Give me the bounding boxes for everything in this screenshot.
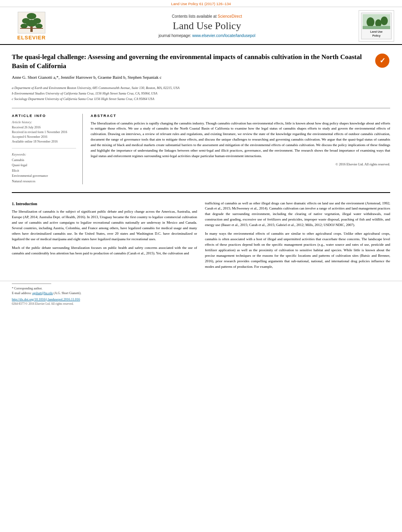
- footnote-star: * Corresponding author.: [12, 286, 390, 291]
- article-title-text: The quasi-legal challenge: Assessing and…: [12, 53, 370, 82]
- col-left: 1. Introduction The liberalization of ca…: [12, 201, 197, 273]
- affiliations: a Department of Earth and Environment Bo…: [0, 86, 402, 106]
- history-accepted: Accepted 6 November 2016: [12, 135, 76, 139]
- journal-header: ELSEVIER Contents lists available at Sci…: [0, 7, 402, 45]
- keyword-2: Quasi-legal: [12, 163, 76, 168]
- article-footer: * Corresponding author. E-mail address: …: [0, 281, 402, 307]
- homepage-link[interactable]: www.elsevier.com/locate/landusepol: [192, 33, 255, 38]
- issn-line: 0264-8377/© 2016 Elsevier Ltd. All right…: [12, 302, 390, 306]
- sciencedirect-link: Contents lists available at ScienceDirec…: [63, 14, 351, 19]
- page: Land Use Policy 61 (2017) 126–134: [0, 0, 402, 532]
- svg-text:✓: ✓: [380, 57, 385, 65]
- intro-paragraph-2: Much of the public debate surrounding li…: [12, 245, 197, 256]
- affiliation-b: b Environmental Studies University of Ca…: [12, 91, 390, 96]
- affiliation-a: a Department of Earth and Environment Bo…: [12, 86, 390, 91]
- footnote-divider: [12, 284, 51, 284]
- article-title-section: The quasi-legal challenge: Assessing and…: [0, 45, 402, 86]
- svg-text:Policy: Policy: [372, 34, 381, 37]
- svg-rect-15: [363, 26, 390, 29]
- journal-logo-right: Land Use Policy: [359, 10, 394, 42]
- history-revised: Received in revised form 1 November 2016: [12, 130, 76, 135]
- affiliation-c: c Sociology Department University of Cal…: [12, 97, 390, 102]
- footnote-email: E-mail address: agshart@bu.edu (A.G. Sho…: [12, 291, 390, 296]
- article-title: The quasi-legal challenge: Assessing and…: [12, 53, 370, 71]
- journal-center: Contents lists available at ScienceDirec…: [55, 14, 359, 38]
- svg-point-5: [20, 24, 28, 28]
- body-divider: [12, 192, 390, 193]
- main-content: 1. Introduction The liberalization of ca…: [0, 197, 402, 281]
- svg-text:Land Use: Land Use: [370, 30, 383, 33]
- keyword-4: Environmental governance: [12, 173, 76, 179]
- article-body: ARTICLE INFO Article history: Received 2…: [0, 111, 402, 188]
- keyword-1: Cannabis: [12, 158, 76, 163]
- svg-point-14: [381, 17, 388, 25]
- citation-line: Land Use Policy 61 (2017) 126–134: [0, 0, 402, 7]
- keyword-5: Natural resources: [12, 179, 76, 184]
- abstract-section: ABSTRACT The liberalization of cannabis …: [91, 114, 390, 184]
- svg-point-6: [35, 24, 43, 28]
- article-info-title: ARTICLE INFO: [12, 114, 76, 118]
- col-right-paragraph-2: In many ways the environmental effects o…: [205, 231, 390, 270]
- footnote-email-link[interactable]: agshart@bu.edu: [32, 291, 53, 295]
- keywords-section: Keywords: Cannabis Quasi-legal Illicit E…: [12, 152, 76, 184]
- col-right-paragraph-1: trafficking of cannabis as well as other…: [205, 201, 390, 228]
- authors-line: Anne G. Short Gianotti a,*, Jennifer Har…: [12, 75, 370, 80]
- svg-point-12: [367, 17, 374, 27]
- article-info: ARTICLE INFO Article history: Received 2…: [12, 114, 83, 184]
- abstract-title: ABSTRACT: [91, 114, 390, 118]
- sciencedirect-anchor[interactable]: ScienceDirect: [218, 14, 242, 19]
- intro-heading: 1. Introduction: [12, 201, 197, 207]
- history-available: Available online 18 November 2016: [12, 139, 76, 144]
- svg-point-4: [26, 20, 37, 27]
- section-divider-1: [12, 108, 390, 108]
- article-history: Article history: Received 26 July 2016 R…: [12, 120, 76, 144]
- svg-rect-8: [20, 28, 43, 29]
- doi-link[interactable]: http://dx.doi.org/10.1016/j.landusepol.2…: [12, 297, 390, 301]
- history-label: Article history:: [12, 120, 76, 124]
- abstract-text: The liberalization of cannabis policies …: [91, 121, 390, 159]
- journal-homepage: journal homepage: www.elsevier.com/locat…: [63, 33, 351, 38]
- col-right: trafficking of cannabis as well as other…: [205, 201, 390, 273]
- elsevier-tree-icon: [18, 12, 45, 33]
- keywords-label: Keywords:: [12, 152, 76, 156]
- history-received: Received 26 July 2016: [12, 125, 76, 130]
- info-divider: [12, 148, 76, 148]
- intro-paragraph-1: The liberalization of cannabis is the su…: [12, 209, 197, 242]
- journal-name: Land Use Policy: [63, 20, 351, 32]
- svg-point-1: [27, 13, 36, 19]
- crossmark-logo: ✓: [374, 53, 390, 69]
- citation-text: Land Use Policy 61 (2017) 126–134: [171, 2, 231, 6]
- svg-rect-7: [30, 26, 33, 32]
- copyright-line: © 2016 Elsevier Ltd. All rights reserved…: [91, 162, 390, 166]
- keyword-3: Illicit: [12, 168, 76, 174]
- elsevier-brand-text: ELSEVIER: [17, 35, 46, 41]
- elsevier-logo: ELSEVIER: [8, 12, 55, 41]
